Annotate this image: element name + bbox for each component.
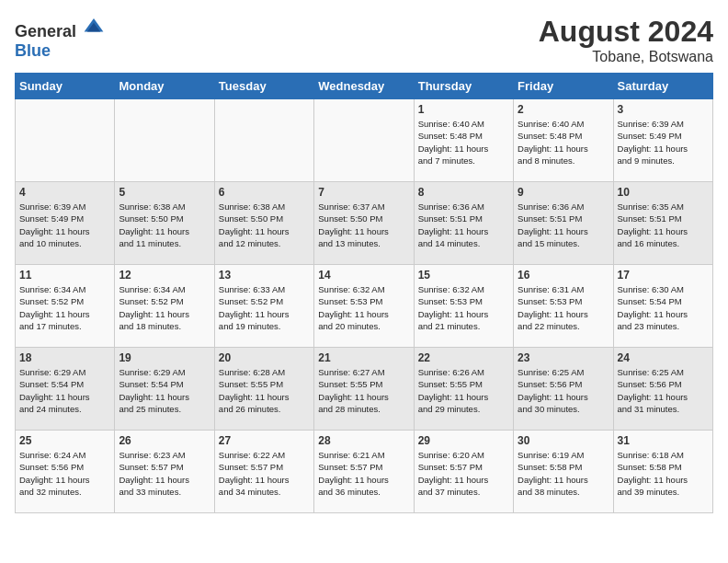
day-number: 23 [518,351,609,364]
logo-general: General [15,22,76,40]
calendar-cell [314,99,414,182]
calendar-cell: 4Sunrise: 6:39 AM Sunset: 5:49 PM Daylig… [16,182,115,265]
day-number: 31 [618,434,709,447]
day-info: Sunrise: 6:40 AM Sunset: 5:48 PM Dayligh… [418,118,509,167]
day-info: Sunrise: 6:39 AM Sunset: 5:49 PM Dayligh… [618,118,709,167]
day-info: Sunrise: 6:32 AM Sunset: 5:53 PM Dayligh… [418,283,509,332]
day-number: 7 [318,186,409,199]
calendar-cell [214,99,313,182]
day-number: 25 [19,434,110,447]
calendar-cell: 20Sunrise: 6:28 AM Sunset: 5:55 PM Dayli… [214,348,313,431]
calendar-week-row: 1Sunrise: 6:40 AM Sunset: 5:48 PM Daylig… [16,99,713,182]
day-number: 17 [618,269,709,282]
calendar-cell: 10Sunrise: 6:35 AM Sunset: 5:51 PM Dayli… [613,182,712,265]
day-number: 4 [19,186,110,199]
day-info: Sunrise: 6:29 AM Sunset: 5:54 PM Dayligh… [119,366,210,415]
day-info: Sunrise: 6:33 AM Sunset: 5:52 PM Dayligh… [219,283,310,332]
day-info: Sunrise: 6:38 AM Sunset: 5:50 PM Dayligh… [119,201,210,249]
weekday-header-row: SundayMondayTuesdayWednesdayThursdayFrid… [16,74,713,99]
day-number: 26 [119,434,210,447]
calendar-week-row: 4Sunrise: 6:39 AM Sunset: 5:49 PM Daylig… [16,182,713,265]
calendar-cell: 27Sunrise: 6:22 AM Sunset: 5:57 PM Dayli… [214,431,313,513]
day-info: Sunrise: 6:39 AM Sunset: 5:49 PM Dayligh… [19,201,110,249]
day-number: 9 [518,186,609,199]
day-number: 15 [418,269,509,282]
calendar-cell: 19Sunrise: 6:29 AM Sunset: 5:54 PM Dayli… [115,348,214,431]
day-number: 1 [418,103,509,116]
day-number: 12 [119,269,210,282]
day-info: Sunrise: 6:23 AM Sunset: 5:57 PM Dayligh… [119,449,210,498]
day-info: Sunrise: 6:38 AM Sunset: 5:50 PM Dayligh… [219,201,310,249]
calendar-cell: 5Sunrise: 6:38 AM Sunset: 5:50 PM Daylig… [115,182,214,265]
day-info: Sunrise: 6:37 AM Sunset: 5:50 PM Dayligh… [318,201,409,249]
day-info: Sunrise: 6:20 AM Sunset: 5:57 PM Dayligh… [418,449,509,498]
day-number: 8 [418,186,509,199]
day-info: Sunrise: 6:18 AM Sunset: 5:58 PM Dayligh… [618,449,709,498]
calendar-week-row: 18Sunrise: 6:29 AM Sunset: 5:54 PM Dayli… [16,348,713,431]
day-info: Sunrise: 6:25 AM Sunset: 5:56 PM Dayligh… [618,366,709,415]
day-info: Sunrise: 6:24 AM Sunset: 5:56 PM Dayligh… [19,449,110,498]
day-info: Sunrise: 6:40 AM Sunset: 5:48 PM Dayligh… [518,118,609,167]
day-number: 18 [19,351,110,364]
day-info: Sunrise: 6:29 AM Sunset: 5:54 PM Dayligh… [19,366,110,415]
calendar-cell: 11Sunrise: 6:34 AM Sunset: 5:52 PM Dayli… [16,265,115,348]
calendar-cell: 6Sunrise: 6:38 AM Sunset: 5:50 PM Daylig… [214,182,313,265]
calendar-cell: 1Sunrise: 6:40 AM Sunset: 5:48 PM Daylig… [414,99,513,182]
calendar-cell: 29Sunrise: 6:20 AM Sunset: 5:57 PM Dayli… [414,431,513,513]
day-number: 24 [618,351,709,364]
calendar-cell: 18Sunrise: 6:29 AM Sunset: 5:54 PM Dayli… [16,348,115,431]
calendar-cell: 21Sunrise: 6:27 AM Sunset: 5:55 PM Dayli… [314,348,414,431]
calendar-cell: 13Sunrise: 6:33 AM Sunset: 5:52 PM Dayli… [214,265,313,348]
calendar-cell: 9Sunrise: 6:36 AM Sunset: 5:51 PM Daylig… [514,182,613,265]
day-number: 13 [219,269,310,282]
calendar-cell: 25Sunrise: 6:24 AM Sunset: 5:56 PM Dayli… [16,431,115,513]
calendar-cell: 16Sunrise: 6:31 AM Sunset: 5:53 PM Dayli… [514,265,613,348]
logo-icon [83,15,105,37]
logo: General Blue [15,15,105,61]
calendar-title: August 2024 [539,15,713,49]
day-info: Sunrise: 6:35 AM Sunset: 5:51 PM Dayligh… [618,201,709,249]
day-number: 19 [119,351,210,364]
day-number: 21 [318,351,409,364]
day-info: Sunrise: 6:32 AM Sunset: 5:53 PM Dayligh… [318,283,409,332]
calendar-week-row: 25Sunrise: 6:24 AM Sunset: 5:56 PM Dayli… [16,431,713,513]
day-info: Sunrise: 6:34 AM Sunset: 5:52 PM Dayligh… [19,283,110,332]
calendar-cell: 8Sunrise: 6:36 AM Sunset: 5:51 PM Daylig… [414,182,513,265]
calendar-cell: 22Sunrise: 6:26 AM Sunset: 5:55 PM Dayli… [414,348,513,431]
day-number: 10 [618,186,709,199]
calendar-cell: 28Sunrise: 6:21 AM Sunset: 5:57 PM Dayli… [314,431,414,513]
calendar-cell: 31Sunrise: 6:18 AM Sunset: 5:58 PM Dayli… [613,431,712,513]
day-info: Sunrise: 6:36 AM Sunset: 5:51 PM Dayligh… [518,201,609,249]
day-info: Sunrise: 6:26 AM Sunset: 5:55 PM Dayligh… [418,366,509,415]
title-block: August 2024 Tobane, Botswana [539,15,713,65]
day-number: 28 [318,434,409,447]
day-info: Sunrise: 6:19 AM Sunset: 5:58 PM Dayligh… [518,449,609,498]
weekday-header: Saturday [613,74,712,99]
calendar-cell: 26Sunrise: 6:23 AM Sunset: 5:57 PM Dayli… [115,431,214,513]
calendar-cell: 3Sunrise: 6:39 AM Sunset: 5:49 PM Daylig… [613,99,712,182]
day-info: Sunrise: 6:27 AM Sunset: 5:55 PM Dayligh… [318,366,409,415]
calendar-cell: 24Sunrise: 6:25 AM Sunset: 5:56 PM Dayli… [613,348,712,431]
day-info: Sunrise: 6:31 AM Sunset: 5:53 PM Dayligh… [518,283,609,332]
calendar-cell: 30Sunrise: 6:19 AM Sunset: 5:58 PM Dayli… [514,431,613,513]
day-info: Sunrise: 6:28 AM Sunset: 5:55 PM Dayligh… [219,366,310,415]
day-info: Sunrise: 6:25 AM Sunset: 5:56 PM Dayligh… [518,366,609,415]
day-number: 3 [618,103,709,116]
weekday-header: Sunday [16,74,115,99]
day-number: 6 [219,186,310,199]
day-number: 22 [418,351,509,364]
calendar-cell [115,99,214,182]
day-number: 29 [418,434,509,447]
weekday-header: Thursday [414,74,513,99]
calendar-cell [16,99,115,182]
day-number: 20 [219,351,310,364]
day-number: 2 [518,103,609,116]
logo-blue: Blue [15,41,51,60]
day-number: 11 [19,269,110,282]
weekday-header: Friday [514,74,613,99]
day-info: Sunrise: 6:30 AM Sunset: 5:54 PM Dayligh… [618,283,709,332]
weekday-header: Wednesday [314,74,414,99]
calendar-cell: 2Sunrise: 6:40 AM Sunset: 5:48 PM Daylig… [514,99,613,182]
day-number: 5 [119,186,210,199]
day-info: Sunrise: 6:22 AM Sunset: 5:57 PM Dayligh… [219,449,310,498]
